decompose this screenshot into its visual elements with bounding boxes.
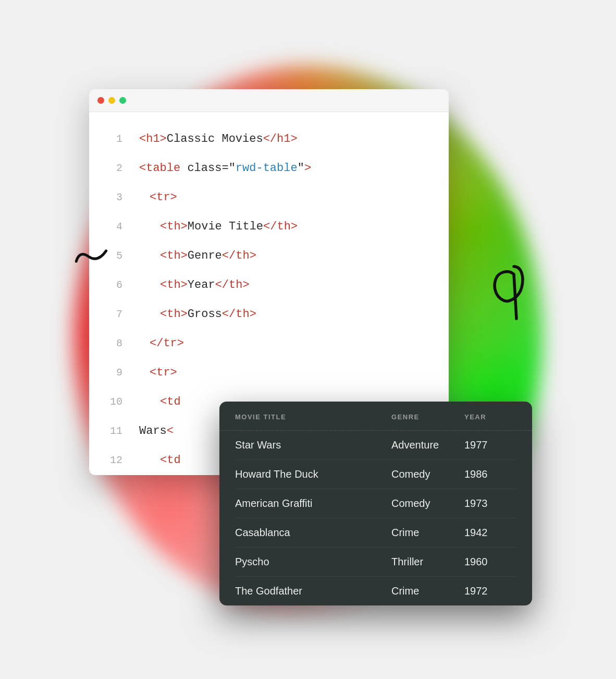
cell-movie-title: American Graffiti: [235, 498, 391, 510]
line-number: 11: [102, 417, 122, 446]
code-text: <table class="rwd-table">: [139, 154, 311, 183]
traffic-light-red: [97, 97, 104, 104]
code-line-2: 2 <table class="rwd-table">: [89, 154, 449, 183]
code-text: <td: [139, 446, 181, 475]
cell-year: 1972: [464, 585, 516, 597]
code-line-5: 5 <th>Genre</th>: [89, 241, 449, 271]
traffic-light-yellow: [108, 97, 115, 104]
line-number: 8: [102, 329, 122, 358]
cell-movie-title: Howard The Duck: [235, 468, 391, 480]
cell-movie-title: Star Wars: [235, 439, 391, 451]
cell-genre: Adventure: [391, 439, 464, 451]
cell-movie-title: Casablanca: [235, 527, 391, 539]
code-text: <tr>: [139, 183, 177, 212]
line-number: 4: [102, 212, 122, 241]
code-line-7: 7 <th>Gross</th>: [89, 300, 449, 329]
table-row: Howard The Duck Comedy 1986: [235, 460, 516, 489]
line-number: 7: [102, 300, 122, 329]
code-text: <h1>Classic Movies</h1>: [139, 125, 298, 154]
code-line-8: 8 </tr>: [89, 329, 449, 358]
line-number: 9: [102, 358, 122, 387]
table-row: The Godfather Crime 1972: [235, 577, 516, 605]
code-line-1: 1 <h1>Classic Movies</h1>: [89, 125, 449, 154]
cell-year: 1973: [464, 498, 516, 510]
table-row: Casablanca Crime 1942: [235, 518, 516, 548]
doodle-tilde: [70, 237, 113, 281]
code-line-4: 4 <th>Movie Title</th>: [89, 212, 449, 241]
header-year: YEAR: [464, 413, 516, 421]
header-movie-title: MOVIE TITLE: [235, 413, 391, 421]
cell-genre: Comedy: [391, 498, 464, 510]
data-table-panel: MOVIE TITLE GENRE YEAR Star Wars Adventu…: [219, 402, 532, 605]
cell-genre: Comedy: [391, 468, 464, 480]
cell-year: 1960: [464, 556, 516, 568]
table-header: MOVIE TITLE GENRE YEAR: [219, 402, 532, 431]
doodle-loop: [485, 261, 527, 326]
table-row: Star Wars Adventure 1977: [235, 431, 516, 460]
table-body: Star Wars Adventure 1977 Howard The Duck…: [219, 431, 532, 605]
scene-container: 1 <h1>Classic Movies</h1> 2 <table class…: [84, 74, 532, 605]
code-line-6: 6 <th>Year</th>: [89, 271, 449, 300]
code-text: Wars<: [139, 417, 174, 446]
cell-genre: Crime: [391, 527, 464, 539]
cell-movie-title: Pyscho: [235, 556, 391, 568]
code-text: <tr>: [139, 358, 177, 387]
cell-year: 1942: [464, 527, 516, 539]
line-number: 12: [102, 446, 122, 475]
code-text: <th>Genre</th>: [139, 241, 256, 271]
cell-genre: Thriller: [391, 556, 464, 568]
code-line-3: 3 <tr>: [89, 183, 449, 212]
code-text: <th>Gross</th>: [139, 300, 256, 329]
cell-genre: Crime: [391, 585, 464, 597]
cell-year: 1986: [464, 468, 516, 480]
traffic-light-green: [119, 97, 126, 104]
line-number: 1: [102, 125, 122, 154]
table-row: Pyscho Thriller 1960: [235, 548, 516, 577]
cell-year: 1977: [464, 439, 516, 451]
code-text: <th>Movie Title</th>: [139, 212, 298, 241]
cell-movie-title: The Godfather: [235, 585, 391, 597]
code-text: <td: [139, 387, 181, 417]
code-text: <th>Year</th>: [139, 271, 250, 300]
header-genre: GENRE: [391, 413, 464, 421]
code-line-9: 9 <tr>: [89, 358, 449, 387]
window-titlebar: [89, 89, 449, 112]
line-number: 3: [102, 183, 122, 212]
code-text: </tr>: [139, 329, 184, 358]
line-number: 10: [102, 387, 122, 417]
table-row: American Graffiti Comedy 1973: [235, 489, 516, 518]
line-number: 2: [102, 154, 122, 183]
